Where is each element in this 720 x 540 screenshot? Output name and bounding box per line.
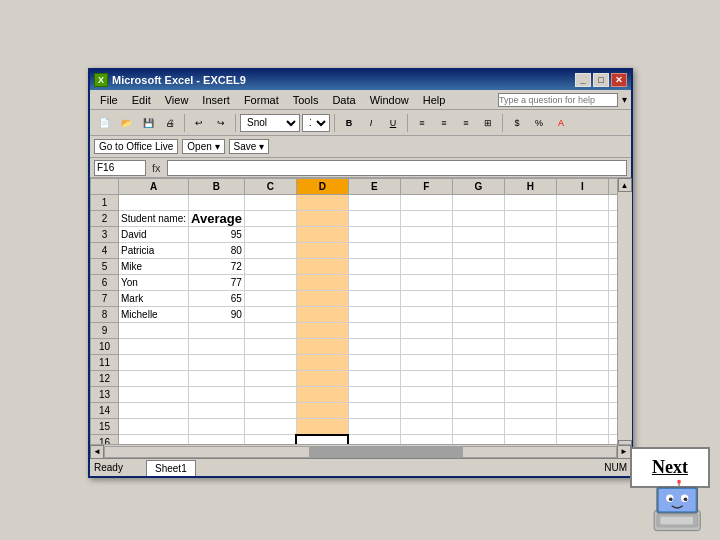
row-header-5[interactable]: 5 <box>91 259 119 275</box>
row-header-15[interactable]: 15 <box>91 419 119 435</box>
row-header-13[interactable]: 13 <box>91 387 119 403</box>
cell-d1[interactable] <box>296 195 348 211</box>
underline-button[interactable]: U <box>383 113 403 133</box>
cell-g7[interactable] <box>452 291 504 307</box>
cell-j6[interactable] <box>608 275 617 291</box>
cell-c4[interactable] <box>244 243 296 259</box>
col-header-c[interactable]: C <box>244 179 296 195</box>
col-header-d[interactable]: D <box>296 179 348 195</box>
save-button[interactable]: 💾 <box>138 113 158 133</box>
cell-g5[interactable] <box>452 259 504 275</box>
menu-data[interactable]: Data <box>326 93 361 107</box>
cell-h4[interactable] <box>504 243 556 259</box>
horizontal-scrollbar[interactable]: ◄ ► <box>90 444 631 458</box>
cell-d3[interactable] <box>296 227 348 243</box>
menu-file[interactable]: File <box>94 93 124 107</box>
cell-h1[interactable] <box>504 195 556 211</box>
row-header-10[interactable]: 10 <box>91 339 119 355</box>
cell-e2[interactable] <box>348 211 400 227</box>
formula-input[interactable] <box>167 160 627 176</box>
col-header-a[interactable]: A <box>119 179 189 195</box>
row-header-12[interactable]: 12 <box>91 371 119 387</box>
align-right-button[interactable]: ≡ <box>456 113 476 133</box>
save-dropdown-button[interactable]: Save ▾ <box>229 139 270 154</box>
cell-e6[interactable] <box>348 275 400 291</box>
cell-f2[interactable] <box>400 211 452 227</box>
menu-view[interactable]: View <box>159 93 195 107</box>
minimize-button[interactable]: _ <box>575 73 591 87</box>
col-header-b[interactable]: B <box>189 179 245 195</box>
cell-b1[interactable] <box>189 195 245 211</box>
cell-a2[interactable]: Student name: <box>119 211 189 227</box>
cell-a5[interactable]: Mike <box>119 259 189 275</box>
cell-i5[interactable] <box>556 259 608 275</box>
cell-j4[interactable] <box>608 243 617 259</box>
cell-j3[interactable] <box>608 227 617 243</box>
row-header-9[interactable]: 9 <box>91 323 119 339</box>
col-header-e[interactable]: E <box>348 179 400 195</box>
cell-g8[interactable] <box>452 307 504 323</box>
col-header-h[interactable]: H <box>504 179 556 195</box>
cell-i2[interactable] <box>556 211 608 227</box>
menu-help[interactable]: Help <box>417 93 452 107</box>
cell-f3[interactable] <box>400 227 452 243</box>
cell-d8[interactable] <box>296 307 348 323</box>
cell-g6[interactable] <box>452 275 504 291</box>
col-header-i[interactable]: I <box>556 179 608 195</box>
cell-j7[interactable] <box>608 291 617 307</box>
menu-format[interactable]: Format <box>238 93 285 107</box>
cell-i6[interactable] <box>556 275 608 291</box>
cell-c6[interactable] <box>244 275 296 291</box>
cell-g2[interactable] <box>452 211 504 227</box>
cell-h3[interactable] <box>504 227 556 243</box>
help-search-input[interactable] <box>498 93 618 107</box>
cell-j1[interactable] <box>608 195 617 211</box>
close-button[interactable]: ✕ <box>611 73 627 87</box>
cell-i4[interactable] <box>556 243 608 259</box>
cell-e7[interactable] <box>348 291 400 307</box>
new-button[interactable]: 📄 <box>94 113 114 133</box>
font-size-select[interactable]: 10 <box>302 114 330 132</box>
cell-h8[interactable] <box>504 307 556 323</box>
row-header-3[interactable]: 3 <box>91 227 119 243</box>
formula-function-icon[interactable]: fx <box>150 162 163 174</box>
sheet-tab-sheet1[interactable]: Sheet1 <box>146 460 196 476</box>
cell-b4[interactable]: 80 <box>189 243 245 259</box>
cell-d6[interactable] <box>296 275 348 291</box>
row-header-7[interactable]: 7 <box>91 291 119 307</box>
cell-h6[interactable] <box>504 275 556 291</box>
print-button[interactable]: 🖨 <box>160 113 180 133</box>
cell-f5[interactable] <box>400 259 452 275</box>
cell-h5[interactable] <box>504 259 556 275</box>
italic-button[interactable]: I <box>361 113 381 133</box>
color-button[interactable]: A <box>551 113 571 133</box>
cell-f8[interactable] <box>400 307 452 323</box>
cell-c3[interactable] <box>244 227 296 243</box>
cell-f1[interactable] <box>400 195 452 211</box>
cell-b5[interactable]: 72 <box>189 259 245 275</box>
cell-g1[interactable] <box>452 195 504 211</box>
cell-i1[interactable] <box>556 195 608 211</box>
cell-a4[interactable]: Patricia <box>119 243 189 259</box>
row-header-1[interactable]: 1 <box>91 195 119 211</box>
cell-f7[interactable] <box>400 291 452 307</box>
cell-c5[interactable] <box>244 259 296 275</box>
cell-i8[interactable] <box>556 307 608 323</box>
col-header-g[interactable]: G <box>452 179 504 195</box>
align-left-button[interactable]: ≡ <box>412 113 432 133</box>
cell-d7[interactable] <box>296 291 348 307</box>
cell-b6[interactable]: 77 <box>189 275 245 291</box>
currency-button[interactable]: $ <box>507 113 527 133</box>
align-center-button[interactable]: ≡ <box>434 113 454 133</box>
cell-b8[interactable]: 90 <box>189 307 245 323</box>
font-select[interactable]: Snol <box>240 114 300 132</box>
vertical-scrollbar[interactable]: ▲ ▼ <box>617 178 631 454</box>
scroll-up-button[interactable]: ▲ <box>618 178 632 192</box>
cell-c7[interactable] <box>244 291 296 307</box>
row-header-2[interactable]: 2 <box>91 211 119 227</box>
cell-a3[interactable]: David <box>119 227 189 243</box>
cell-b7[interactable]: 65 <box>189 291 245 307</box>
col-header-f[interactable]: F <box>400 179 452 195</box>
cell-f6[interactable] <box>400 275 452 291</box>
menu-insert[interactable]: Insert <box>196 93 236 107</box>
